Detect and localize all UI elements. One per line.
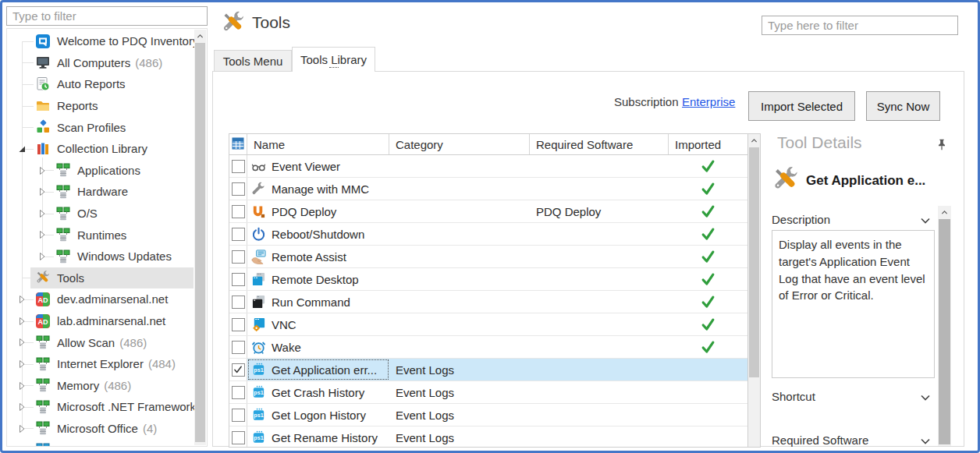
row-checkbox[interactable]	[232, 160, 245, 173]
chevron-down-icon[interactable]	[920, 215, 931, 226]
sidebar-item-reports[interactable]: Reports	[7, 95, 207, 117]
row-checkbox[interactable]	[232, 363, 245, 377]
tool-name-cell[interactable]: ps1Get Application err...	[247, 359, 389, 380]
details-scrollbar[interactable]	[938, 206, 951, 446]
sidebar-item-windows-updates[interactable]: Windows Updates	[7, 246, 207, 267]
expand-arrow-icon[interactable]	[37, 209, 47, 218]
row-checkbox[interactable]	[232, 228, 245, 241]
sidebar-scrollbar[interactable]	[194, 30, 206, 445]
tool-name-cell[interactable]: ps1Get Logon History	[247, 404, 389, 426]
tool-name-cell[interactable]: Reboot/Shutdown	[247, 223, 389, 245]
row-checkbox[interactable]	[232, 431, 245, 444]
sidebar-item-microsoft-net-framework[interactable]: Microsoft .NET Framework	[7, 396, 207, 418]
expand-arrow-icon[interactable]	[17, 359, 27, 369]
sidebar-item-microsoft-office[interactable]: Microsoft Office(4)	[7, 418, 207, 440]
column-header-required-software[interactable]: Required Software	[530, 134, 669, 154]
row-checkbox[interactable]	[232, 250, 245, 264]
sidebar-item-allow-scan[interactable]: Allow Scan(486)	[7, 331, 207, 353]
tool-name-cell[interactable]: Run Command	[247, 291, 389, 313]
table-row-event-viewer[interactable]: Event Viewer	[229, 155, 747, 178]
scroll-up-icon[interactable]	[938, 206, 951, 218]
sidebar-item-hardware[interactable]: Hardware	[7, 181, 207, 203]
table-row-vnc[interactable]: VNC	[229, 313, 747, 336]
sidebar-item-tools[interactable]: Tools	[7, 267, 207, 289]
row-checkbox[interactable]	[232, 318, 245, 331]
expand-arrow-icon[interactable]	[17, 295, 27, 304]
sidebar-item-dev-adminarsenal-net[interactable]: ADdev.adminarsenal.net	[7, 288, 207, 310]
table-row-pdq-deploy[interactable]: PDQ DeployPDQ Deploy	[229, 200, 747, 223]
sidebar-item-o-s[interactable]: O/S	[7, 203, 207, 225]
tool-name-cell[interactable]: ps1Get Crash History	[247, 381, 389, 403]
table-row-get-logon-history[interactable]: ps1Get Logon HistoryEvent Logs	[229, 404, 747, 426]
scroll-up-icon[interactable]	[748, 134, 760, 147]
table-row-remote-desktop[interactable]: Remote Desktop	[229, 268, 747, 291]
scrollbar-thumb[interactable]	[939, 219, 950, 444]
expand-arrow-icon[interactable]	[17, 144, 27, 154]
tool-name-cell[interactable]: PDQ Deploy	[247, 200, 389, 222]
sidebar-item-runtimes[interactable]: Runtimes	[7, 224, 207, 246]
expand-arrow-icon[interactable]	[37, 252, 47, 261]
scroll-up-icon[interactable]	[194, 30, 206, 42]
sidebar-item-scan-profiles[interactable]: Scan Profiles	[7, 116, 207, 138]
row-checkbox[interactable]	[232, 182, 245, 196]
table-row-wake[interactable]: Wake	[229, 336, 747, 359]
tool-category-cell	[389, 178, 530, 200]
chevron-down-icon[interactable]	[920, 392, 931, 403]
column-chooser-button[interactable]	[229, 134, 247, 154]
subscription-enterprise-link[interactable]: Enterprise	[682, 95, 735, 108]
sidebar-item-partial[interactable]	[7, 439, 207, 447]
tool-name-cell[interactable]: VNC	[247, 313, 389, 335]
chevron-down-icon[interactable]	[920, 436, 931, 447]
table-row-run-command[interactable]: Run Command	[229, 291, 747, 313]
sidebar-item-lab-adminarsenal-net[interactable]: ADlab.adminarsenal.net	[7, 310, 207, 332]
tool-name-cell[interactable]: ps1Get Rename History	[247, 426, 389, 448]
sidebar-item-welcome-to-pdq-inventory[interactable]: Welcome to PDQ Inventory	[7, 30, 207, 52]
expand-arrow-icon[interactable]	[37, 187, 47, 196]
sidebar-item-applications[interactable]: Applications	[7, 160, 207, 182]
expand-arrow-icon[interactable]	[37, 166, 47, 175]
expand-arrow-icon[interactable]	[17, 381, 27, 391]
column-header-name[interactable]: Name	[247, 134, 389, 154]
computer-icon	[35, 55, 51, 70]
scrollbar-thumb[interactable]	[195, 43, 205, 442]
tool-name-cell[interactable]: Remote Desktop	[247, 268, 389, 290]
expand-arrow-icon[interactable]	[17, 317, 27, 326]
table-row-get-crash-history[interactable]: ps1Get Crash HistoryEvent Logs	[229, 381, 747, 404]
pin-icon[interactable]	[935, 137, 949, 151]
row-checkbox-cell	[229, 178, 247, 200]
tool-name-cell[interactable]: Remote Assist	[247, 246, 389, 267]
sidebar-item-auto-reports[interactable]: Auto Reports	[7, 73, 207, 95]
import-selected-button[interactable]: Import Selected	[748, 91, 855, 121]
tab-tools-menu[interactable]: Tools Menu	[214, 50, 292, 71]
column-header-imported[interactable]: Imported	[669, 134, 747, 154]
sidebar-item-all-computers[interactable]: All Computers(486)	[7, 52, 207, 74]
sync-now-button[interactable]: Sync Now	[866, 91, 940, 121]
table-row-manage-with-mmc[interactable]: Manage with MMC	[229, 178, 747, 200]
row-checkbox[interactable]	[232, 205, 245, 218]
row-checkbox[interactable]	[232, 296, 245, 309]
sidebar-item-collection-library[interactable]: Collection Library	[7, 138, 207, 160]
expand-arrow-icon[interactable]	[17, 402, 27, 412]
row-checkbox[interactable]	[232, 341, 245, 354]
column-header-category[interactable]: Category	[389, 134, 530, 154]
table-row-get-application-err[interactable]: ps1Get Application err...Event Logs	[229, 359, 747, 381]
sidebar-item-memory[interactable]: Memory(486)	[7, 375, 207, 397]
table-row-remote-assist[interactable]: Remote Assist	[229, 246, 747, 268]
tool-name-cell[interactable]: Wake	[247, 336, 389, 358]
sidebar-filter-input[interactable]	[6, 6, 208, 26]
expand-arrow-icon[interactable]	[17, 338, 27, 347]
row-checkbox[interactable]	[232, 409, 245, 422]
tool-name-cell[interactable]: Event Viewer	[247, 155, 389, 177]
row-checkbox[interactable]	[232, 386, 245, 399]
tab-tools-library[interactable]: Tools Library	[292, 47, 375, 72]
library-filter-input[interactable]	[762, 16, 958, 35]
table-row-reboot-shutdown[interactable]: Reboot/Shutdown	[229, 223, 747, 246]
expand-arrow-icon[interactable]	[17, 424, 27, 434]
row-checkbox[interactable]	[232, 273, 245, 286]
expand-arrow-icon[interactable]	[37, 230, 47, 239]
table-row-get-rename-history[interactable]: ps1Get Rename HistoryEvent Logs	[229, 426, 747, 448]
scrollbar-thumb[interactable]	[749, 147, 759, 377]
tool-name-cell[interactable]: Manage with MMC	[247, 178, 389, 200]
table-scrollbar[interactable]	[748, 133, 761, 448]
sidebar-item-internet-explorer[interactable]: Internet Explorer(484)	[7, 353, 207, 375]
